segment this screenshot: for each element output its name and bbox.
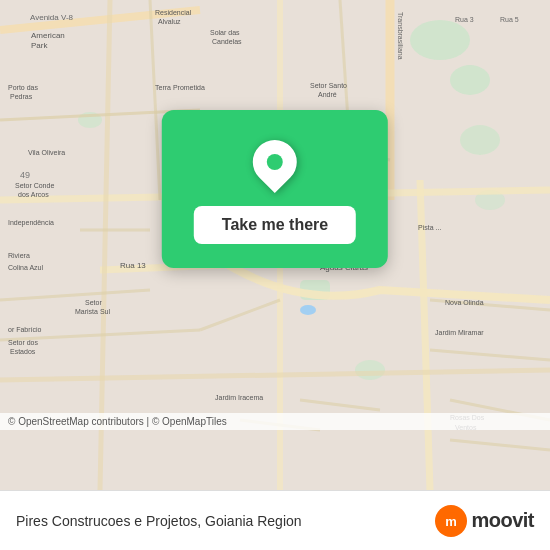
svg-text:Solar das: Solar das xyxy=(210,29,240,36)
pin-outer xyxy=(244,131,306,193)
bottom-bar: Pires Construcoes e Projetos, Goiania Re… xyxy=(0,490,550,550)
svg-text:American: American xyxy=(31,31,65,40)
moovit-text: moovit xyxy=(471,509,534,532)
svg-text:Pista ...: Pista ... xyxy=(418,224,441,231)
svg-text:Alvaluz: Alvaluz xyxy=(158,18,181,25)
svg-text:Vila Oliveira: Vila Oliveira xyxy=(28,149,65,156)
attribution-bar: © OpenStreetMap contributors | © OpenMap… xyxy=(0,413,550,430)
svg-text:49: 49 xyxy=(20,170,30,180)
svg-text:m: m xyxy=(446,514,458,529)
svg-text:Transbrasiliana: Transbrasiliana xyxy=(397,12,404,60)
svg-text:Colina Azul: Colina Azul xyxy=(8,264,43,271)
svg-text:Rua 5: Rua 5 xyxy=(500,16,519,23)
take-me-there-button[interactable]: Take me there xyxy=(194,206,356,244)
attribution-text: © OpenStreetMap contributors | © OpenMap… xyxy=(8,416,227,427)
svg-point-8 xyxy=(300,305,316,315)
svg-point-1 xyxy=(410,20,470,60)
moovit-logo: m moovit xyxy=(435,505,534,537)
svg-text:Pedras: Pedras xyxy=(10,93,33,100)
svg-text:Setor: Setor xyxy=(85,299,102,306)
svg-text:Independência: Independência xyxy=(8,219,54,227)
svg-text:or Fabrício: or Fabrício xyxy=(8,326,42,333)
svg-text:Estados: Estados xyxy=(10,348,36,355)
svg-point-6 xyxy=(460,125,500,155)
svg-text:Rua 3: Rua 3 xyxy=(455,16,474,23)
svg-text:Setor Santo: Setor Santo xyxy=(310,82,347,89)
moovit-icon: m xyxy=(435,505,467,537)
svg-text:Jardim Iracema: Jardim Iracema xyxy=(215,394,263,401)
svg-text:Park: Park xyxy=(31,41,48,50)
svg-text:Marista Sul: Marista Sul xyxy=(75,308,110,315)
svg-text:Porto das: Porto das xyxy=(8,84,38,91)
svg-text:Nova Olinda: Nova Olinda xyxy=(445,299,484,306)
svg-text:Setor dos: Setor dos xyxy=(8,339,38,346)
pin-icon xyxy=(251,134,299,190)
svg-text:André: André xyxy=(318,91,337,98)
svg-text:Terra Prometida: Terra Prometida xyxy=(155,84,205,91)
pin-inner xyxy=(264,151,287,174)
svg-text:Riviera: Riviera xyxy=(8,252,30,259)
svg-text:Jardim Miramar: Jardim Miramar xyxy=(435,329,484,336)
map-container: Avenida V-8 Residencial Alvaluz American… xyxy=(0,0,550,490)
svg-point-2 xyxy=(450,65,490,95)
location-card: Take me there xyxy=(162,110,388,268)
svg-text:dos Arcos: dos Arcos xyxy=(18,191,49,198)
svg-text:Setor Conde: Setor Conde xyxy=(15,182,54,189)
svg-text:Candelas: Candelas xyxy=(212,38,242,45)
svg-text:Avenida V-8: Avenida V-8 xyxy=(30,13,74,22)
location-name: Pires Construcoes e Projetos, Goiania Re… xyxy=(16,513,435,529)
svg-text:Residencial: Residencial xyxy=(155,9,192,16)
svg-point-4 xyxy=(355,360,385,380)
svg-text:Rua 13: Rua 13 xyxy=(120,261,146,270)
